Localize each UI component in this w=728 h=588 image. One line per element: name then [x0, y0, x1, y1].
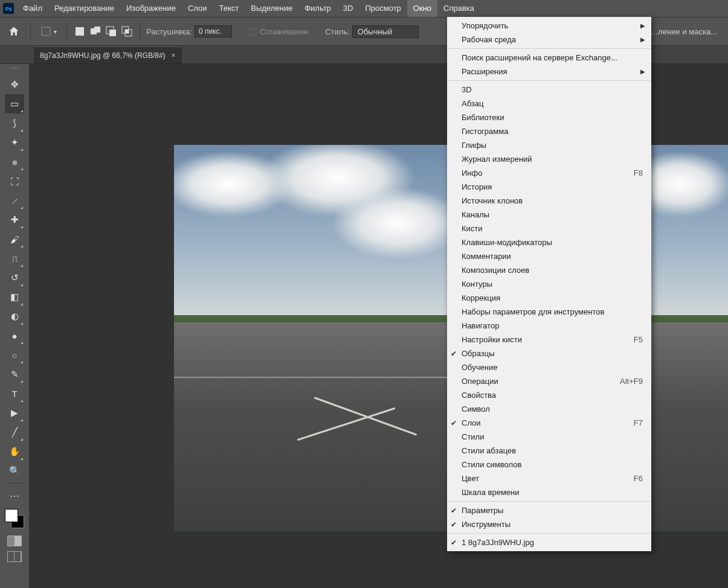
menu-item-label: Комментарии [462, 252, 511, 261]
menu-item[interactable]: ✔Параметры [447, 503, 651, 517]
eraser-tool[interactable]: ◧ [5, 287, 24, 307]
menu-item[interactable]: ОперацииAlt+F9 [447, 374, 651, 388]
menu-item-label: Инфо [462, 168, 482, 177]
menu-изображение[interactable]: Изображение [120, 0, 182, 17]
screen-mode-icon[interactable] [7, 551, 22, 562]
eyedropper-tool[interactable]: ⟋ [5, 191, 24, 210]
menu-item[interactable]: Композиции слоев [447, 263, 651, 277]
menu-item[interactable]: Наборы параметров для инструментов [447, 305, 651, 319]
menu-item-label: Коррекция [462, 293, 500, 302]
menu-item[interactable]: 3D [447, 83, 651, 97]
menu-item[interactable]: История [447, 180, 651, 194]
menu-item[interactable]: Каналы [447, 208, 651, 222]
home-icon[interactable] [4, 21, 24, 42]
menu-item[interactable]: Глифы [447, 138, 651, 152]
canvas[interactable] [174, 145, 448, 531]
menu-item[interactable]: Контуры [447, 277, 651, 291]
edit-toolbar-icon[interactable]: ⋯ [5, 486, 24, 505]
style-select[interactable]: Обычный [352, 25, 419, 38]
color-swatches[interactable] [4, 508, 25, 529]
hand-tool[interactable]: ✋ [5, 442, 24, 461]
menu-item[interactable]: Источник клонов [447, 194, 651, 208]
menu-item[interactable]: Рабочая среда▶ [447, 33, 651, 46]
lasso-tool[interactable]: ⟆ [5, 113, 24, 133]
menu-item[interactable]: ✔1 8g7a3Jn9WHU.jpg [447, 535, 651, 549]
menu-item[interactable]: Журнал измерений [447, 152, 651, 166]
move-tool[interactable]: ✥ [5, 75, 24, 94]
select-and-mask-button[interactable]: …ление и маска... [643, 27, 724, 36]
pen-tool[interactable]: ✎ [5, 365, 24, 384]
menu-item-label: Библиотеки [462, 113, 504, 122]
menu-текст[interactable]: Текст [213, 0, 245, 17]
menu-item[interactable]: Клавиши-модификаторы [447, 235, 651, 249]
marquee-tool[interactable]: ▭ [5, 94, 24, 113]
menu-item[interactable]: Стили [447, 430, 651, 444]
menu-3d[interactable]: 3D [337, 0, 359, 17]
line-tool[interactable]: ╱ [5, 423, 24, 442]
brush-tool[interactable]: 🖌 [5, 229, 24, 249]
intersect-selection-icon[interactable] [120, 25, 134, 38]
menu-item[interactable]: ✔СлоиF7 [447, 416, 651, 430]
menu-справка[interactable]: Справка [437, 0, 480, 17]
menu-item-label: 3D [462, 85, 472, 94]
blur-tool[interactable]: ● [5, 326, 24, 345]
menu-item[interactable]: Свойства [447, 388, 651, 402]
gradient-tool[interactable]: ◐ [5, 307, 24, 326]
submenu-arrow-icon: ▶ [640, 36, 645, 43]
add-selection-icon[interactable] [89, 25, 102, 38]
menu-item-label: Клавиши-модификаторы [462, 238, 552, 247]
menu-окно[interactable]: Окно [407, 0, 437, 17]
menu-item[interactable]: Комментарии [447, 249, 651, 263]
close-tab-icon[interactable]: × [172, 51, 176, 60]
new-selection-icon[interactable] [73, 25, 86, 38]
menu-слои[interactable]: Слои [182, 0, 213, 17]
menu-item[interactable]: Навигатор [447, 319, 651, 333]
foreground-color-swatch[interactable] [5, 509, 18, 522]
menu-item[interactable]: ИнфоF8 [447, 166, 651, 180]
quick-mask-icon[interactable] [7, 535, 22, 546]
menu-item[interactable]: Стили абзацев [447, 444, 651, 458]
menu-выделение[interactable]: Выделение [245, 0, 298, 17]
dodge-tool[interactable]: ○ [5, 345, 24, 365]
type-tool[interactable]: T [5, 384, 24, 403]
menu-item[interactable]: Кисти [447, 222, 651, 235]
zoom-tool[interactable]: 🔍 [5, 461, 24, 481]
menu-item[interactable]: Коррекция [447, 291, 651, 305]
menu-файл[interactable]: Файл [17, 0, 48, 17]
menu-item[interactable]: Упорядочить▶ [447, 19, 651, 33]
menu-item[interactable]: ✔Инструменты [447, 517, 651, 531]
menu-item[interactable]: Символ [447, 402, 651, 416]
tool-preset-picker[interactable]: ▾ [37, 26, 60, 37]
feather-input[interactable] [195, 25, 232, 37]
frame-tool[interactable]: ⛶ [5, 171, 24, 191]
svg-rect-5 [94, 27, 100, 33]
menu-item[interactable]: Обучение [447, 360, 651, 374]
menu-item[interactable]: Расширения▶ [447, 65, 651, 78]
menu-item[interactable]: Абзац [447, 97, 651, 110]
history-brush-tool[interactable]: ↺ [5, 268, 24, 287]
healing-tool[interactable]: ✚ [5, 210, 24, 229]
menu-item-label: Настройки кисти [462, 335, 522, 344]
menu-фильтр[interactable]: Фильтр [298, 0, 337, 17]
menu-item[interactable]: Стили символов [447, 458, 651, 471]
document-tab[interactable]: 8g7a3Jn9WHU.jpg @ 66,7% (RGB/8#) × [34, 46, 182, 63]
subtract-selection-icon[interactable] [105, 25, 118, 38]
menu-item[interactable]: ✔Образцы [447, 347, 651, 360]
toolbox-grip[interactable] [5, 68, 24, 72]
path-select-tool[interactable]: ▶ [5, 403, 24, 423]
svg-rect-7 [109, 30, 116, 36]
menu-item[interactable]: Поиск расширений на сервере Exchange... [447, 51, 651, 65]
menu-item[interactable]: Библиотеки [447, 110, 651, 124]
menu-просмотр[interactable]: Просмотр [359, 0, 407, 17]
menu-item-label: Упорядочить [462, 21, 508, 30]
crop-tool[interactable]: ⎈ [5, 152, 24, 171]
menu-item[interactable]: Шкала времени [447, 485, 651, 499]
menu-item-label: Композиции слоев [462, 266, 529, 275]
quick-select-tool[interactable]: ✦ [5, 133, 24, 152]
menu-item[interactable]: ЦветF6 [447, 471, 651, 485]
menu-редактирование[interactable]: Редактирование [48, 0, 120, 17]
menu-separator [448, 80, 651, 81]
stamp-tool[interactable]: ⎍ [5, 249, 24, 268]
menu-item[interactable]: Гистограмма [447, 124, 651, 138]
menu-item[interactable]: Настройки кистиF5 [447, 333, 651, 347]
